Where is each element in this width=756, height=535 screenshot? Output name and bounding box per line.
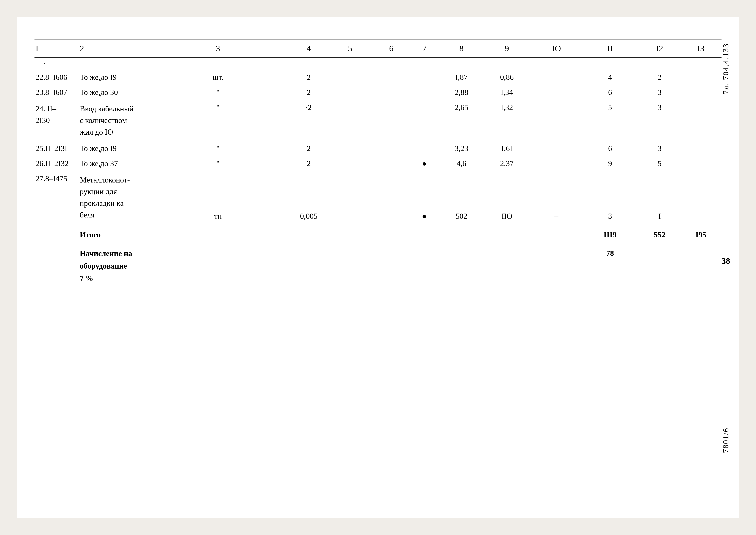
header-col-11: II	[581, 39, 639, 58]
total-empty-6	[375, 224, 408, 242]
row26-col7: ●	[408, 156, 441, 171]
row25-col3: "	[144, 141, 292, 156]
table-row-26: 26.II–2I32 То же,до 37 " 2 ● 4,6 2,37 – …	[35, 156, 721, 171]
main-table-container: I 2 3 4 5 6 7 8 9 IO II I2 I3	[35, 39, 721, 288]
note-col12	[639, 242, 680, 288]
row25-col4: 2	[292, 141, 325, 156]
row25-col7: –	[408, 141, 441, 156]
row27-col10: –	[531, 171, 581, 224]
table-row-note: Начисление на оборудование 7 % 78	[35, 242, 721, 288]
table-row-27: 27.8–I475 Металлоконот- рукции для прокл…	[35, 171, 721, 224]
row24-col6	[375, 100, 408, 141]
row22-col12: 2	[639, 70, 680, 85]
row23-col13	[680, 85, 721, 100]
row22-col1: 22.8–I606	[35, 70, 78, 85]
row24-col4: ·2	[292, 100, 325, 141]
row23-col5	[325, 85, 375, 100]
row24-col5	[325, 100, 375, 141]
row25-col6	[375, 141, 408, 156]
row22-col7: –	[408, 70, 441, 85]
row22-col11: 4	[581, 70, 639, 85]
note-empty-3	[144, 242, 292, 288]
note-col13	[680, 242, 721, 288]
row27-col1: 27.8–I475	[35, 171, 78, 224]
row24-col10: –	[531, 100, 581, 141]
row24-col12: 3	[639, 100, 680, 141]
row24-col2: Ввод кабельный с количеством жил до IO	[78, 100, 144, 141]
row23-col10: –	[531, 85, 581, 100]
row27-col11: 3	[581, 171, 639, 224]
row25-col13	[680, 141, 721, 156]
note-empty-10	[531, 242, 581, 288]
total-label: Итого	[78, 224, 144, 242]
header-col-4: 4	[292, 39, 325, 58]
total-col13: I95	[680, 224, 721, 242]
row25-col9: I,6I	[482, 141, 531, 156]
note-empty-7	[408, 242, 441, 288]
row27-col6	[375, 171, 408, 224]
row22-col2: То же,до I9	[78, 70, 144, 85]
row25-col10: –	[531, 141, 581, 156]
table-row-24: 24. II– 2I30 Ввод кабельный с количество…	[35, 100, 721, 141]
header-col-6: 6	[375, 39, 408, 58]
row23-col2: То же,до 30	[78, 85, 144, 100]
row27-col8: 502	[441, 171, 482, 224]
row25-col5	[325, 141, 375, 156]
header-col-10: IO	[531, 39, 581, 58]
row25-col2: То же,до I9	[78, 141, 144, 156]
header-col-7: 7	[408, 39, 441, 58]
row23-col6	[375, 85, 408, 100]
note-empty-9	[482, 242, 531, 288]
total-empty-5	[325, 224, 375, 242]
row25-col8: 3,23	[441, 141, 482, 156]
row23-col4: 2	[292, 85, 325, 100]
row27-col4: 0,005	[292, 171, 325, 224]
row27-col9: IIO	[482, 171, 531, 224]
row22-col13	[680, 70, 721, 85]
top-annotation: 7л. 704,4.133	[721, 43, 730, 94]
row26-col1: 26.II–2I32	[35, 156, 78, 171]
note-empty-5	[325, 242, 375, 288]
total-empty-7	[408, 224, 441, 242]
row22-col10: –	[531, 70, 581, 85]
row23-col9: I,34	[482, 85, 531, 100]
row25-col12: 3	[639, 141, 680, 156]
row26-col8: 4,6	[441, 156, 482, 171]
row26-col11: 9	[581, 156, 639, 171]
row27-col5	[325, 171, 375, 224]
total-col11: III9	[581, 224, 639, 242]
row23-col11: 6	[581, 85, 639, 100]
total-col12: 552	[639, 224, 680, 242]
header-col-12: I2	[639, 39, 680, 58]
row22-col5	[325, 70, 375, 85]
total-empty-8	[441, 224, 482, 242]
page: 7л. 704,4.133 38 7801/6 I 2 3 4 5 6 7 8 …	[17, 17, 739, 518]
note-empty-6	[375, 242, 408, 288]
row26-col5	[325, 156, 375, 171]
note-empty-1	[35, 242, 78, 288]
table-row-23: 23.8–I607 То же,до 30 " 2 – 2,88 I,34 – …	[35, 85, 721, 100]
header-col-8: 8	[441, 39, 482, 58]
row26-col4: 2	[292, 156, 325, 171]
row22-col6	[375, 70, 408, 85]
row27-col12: I	[639, 171, 680, 224]
row22-col3: шт.	[144, 70, 292, 85]
row27-col2: Металлоконот- рукции для прокладки ка- б…	[78, 171, 144, 224]
total-empty-1	[35, 224, 78, 242]
row23-col12: 3	[639, 85, 680, 100]
row24-col1: 24. II– 2I30	[35, 100, 78, 141]
total-empty-3	[144, 224, 292, 242]
row22-col8: I,87	[441, 70, 482, 85]
row26-col3: "	[144, 156, 292, 171]
middle-number: 38	[721, 256, 730, 266]
row26-col12: 5	[639, 156, 680, 171]
header-col-5: 5	[325, 39, 375, 58]
header-col-3: 3	[144, 39, 292, 58]
row23-col7: –	[408, 85, 441, 100]
row27-col13	[680, 171, 721, 224]
header-col-9: 9	[482, 39, 531, 58]
row24-col13	[680, 100, 721, 141]
header-col-13: I3	[680, 39, 721, 58]
note-empty-4	[292, 242, 325, 288]
main-table: I 2 3 4 5 6 7 8 9 IO II I2 I3	[35, 39, 721, 288]
